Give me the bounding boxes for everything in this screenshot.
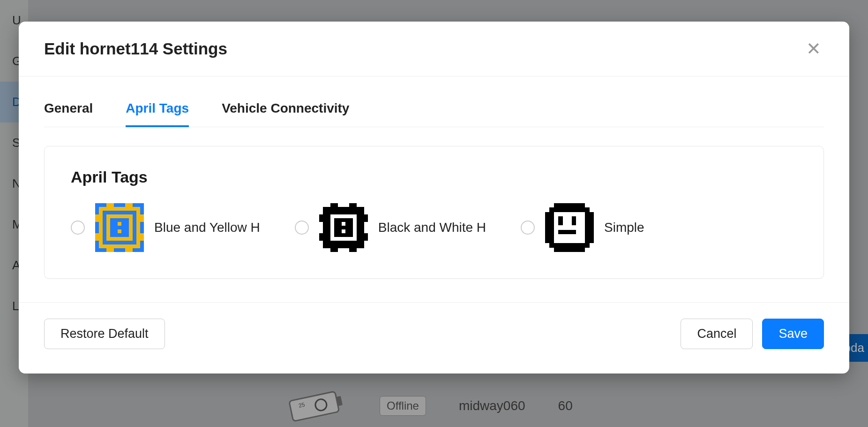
option-black-white-h[interactable]: Black and White H (295, 203, 486, 252)
settings-modal: Edit hornet114 Settings ✕ General April … (19, 22, 849, 374)
svg-rect-25 (330, 203, 338, 207)
svg-rect-12 (95, 222, 99, 233)
modal-header: Edit hornet114 Settings ✕ (19, 22, 849, 76)
svg-rect-44 (590, 212, 594, 243)
black-white-h-icon (319, 203, 368, 252)
restore-default-button[interactable]: Restore Default (44, 319, 165, 349)
radio-icon[interactable] (295, 221, 309, 235)
radio-icon[interactable] (71, 221, 85, 235)
cancel-button[interactable]: Cancel (681, 319, 753, 349)
svg-rect-28 (349, 248, 357, 252)
tabs: General April Tags Vehicle Connectivity (44, 95, 824, 127)
modal-footer: Restore Default Cancel Save (19, 302, 849, 374)
svg-rect-11 (95, 203, 99, 214)
svg-rect-30 (319, 233, 323, 241)
svg-rect-9 (114, 248, 125, 252)
option-blue-yellow-h[interactable]: Blue and Yellow H (71, 203, 260, 252)
svg-rect-43 (545, 212, 549, 243)
svg-rect-42 (554, 248, 585, 252)
svg-rect-31 (364, 214, 368, 222)
option-simple[interactable]: Simple (521, 203, 644, 252)
svg-rect-49 (558, 221, 562, 225)
simple-icon (545, 203, 594, 252)
svg-rect-51 (558, 230, 576, 234)
modal-title: Edit hornet114 Settings (44, 39, 227, 58)
svg-rect-39 (338, 226, 349, 229)
options-row: Blue and Yellow H (71, 203, 797, 252)
april-tags-card: April Tags (44, 146, 824, 279)
svg-rect-13 (95, 241, 99, 252)
svg-rect-41 (554, 203, 585, 207)
blue-yellow-h-icon (95, 203, 144, 252)
radio-icon[interactable] (521, 221, 535, 235)
svg-rect-15 (140, 222, 144, 233)
svg-rect-50 (572, 221, 576, 225)
svg-rect-32 (364, 233, 368, 241)
close-icon[interactable]: ✕ (803, 40, 824, 58)
svg-rect-26 (349, 203, 357, 207)
svg-rect-47 (558, 216, 562, 221)
tab-vehicle-connectivity[interactable]: Vehicle Connectivity (222, 95, 349, 127)
svg-rect-27 (330, 248, 338, 252)
tab-general[interactable]: General (44, 95, 93, 127)
svg-rect-23 (114, 226, 125, 229)
card-title: April Tags (71, 168, 797, 186)
svg-rect-6 (114, 203, 125, 207)
svg-rect-48 (572, 216, 576, 221)
save-button[interactable]: Save (762, 319, 824, 349)
svg-rect-16 (140, 241, 144, 252)
option-label: Simple (604, 220, 644, 235)
modal-overlay[interactable]: Edit hornet114 Settings ✕ General April … (0, 0, 868, 427)
option-label: Blue and Yellow H (154, 220, 260, 235)
svg-rect-29 (319, 214, 323, 222)
svg-rect-14 (140, 203, 144, 214)
tab-april-tags[interactable]: April Tags (126, 95, 189, 127)
modal-body: General April Tags Vehicle Connectivity … (19, 76, 849, 283)
option-label: Black and White H (378, 220, 486, 235)
